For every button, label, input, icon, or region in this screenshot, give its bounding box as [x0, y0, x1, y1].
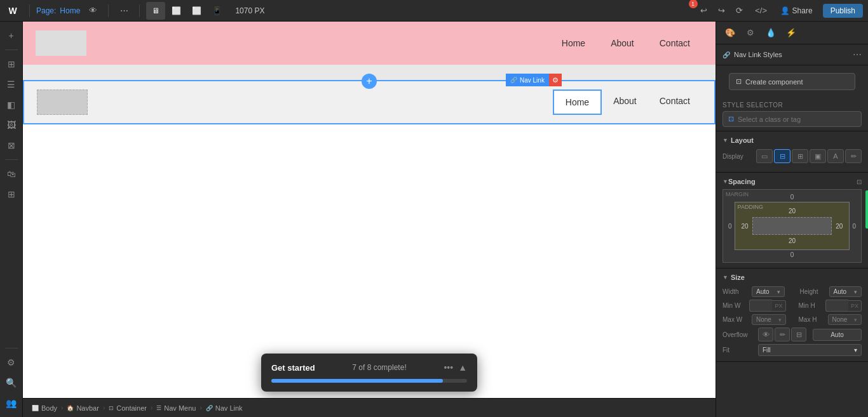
spacing-section: ▼ Spacing ⊡ MARGIN 0 0 PADDING 20 20	[716, 173, 868, 268]
settings-icon[interactable]: ⚙	[3, 354, 20, 371]
lightning-tab[interactable]: ⚡	[782, 24, 800, 42]
padding-right[interactable]: 20	[832, 223, 846, 230]
cms-icon[interactable]: ⊠	[3, 136, 20, 154]
maxh-input[interactable]: None ▾	[828, 314, 862, 325]
page-name[interactable]: Home	[60, 6, 80, 15]
display-none[interactable]: ✏	[845, 149, 862, 163]
pages-icon[interactable]: ⊞	[3, 55, 20, 73]
nav-home[interactable]: Home	[549, 30, 598, 56]
display-inline[interactable]: A	[827, 149, 844, 163]
layout-title: Layout	[731, 136, 862, 144]
breadcrumb-navmenu-label: Nav Menu	[164, 404, 196, 412]
nav-home-active[interactable]: Home	[553, 89, 602, 115]
overflow-scroll-btn[interactable]: ⊟	[791, 328, 806, 341]
style-selector-input[interactable]: ⊡ Select a class or tag	[722, 111, 862, 127]
navigator-icon[interactable]: ☰	[3, 76, 20, 93]
navbar-white-links: Home About Contact	[553, 89, 702, 115]
nav-about-2[interactable]: About	[602, 89, 648, 115]
width-val: Auto	[756, 288, 770, 295]
apps-icon[interactable]: ⊞	[3, 185, 20, 203]
nav-link-settings-btn[interactable]: ⚙	[549, 74, 562, 86]
refresh-btn[interactable]: ⟳	[731, 2, 749, 20]
width-input[interactable]: Auto ▾	[752, 286, 785, 297]
style-more-btn[interactable]: ⋯	[853, 50, 862, 60]
fit-row: Fit Fill ▾	[722, 344, 862, 356]
code-btn[interactable]: </>	[752, 2, 770, 20]
overflow-hidden-btn[interactable]: ✏	[775, 328, 790, 341]
sidebar-sep1	[5, 50, 18, 50]
topbar: W Page: Home 👁 ⋯ 🖥 ⬜ ⬜ 📱 1070 PX 1 ↩ ↪ ⟳…	[0, 0, 868, 22]
add-element-btn[interactable]: +	[362, 74, 377, 89]
share-btn[interactable]: 👤 Share	[774, 4, 819, 18]
breadcrumb-body[interactable]: ⬜ Body	[28, 404, 61, 412]
overflow-select[interactable]: Auto	[813, 329, 862, 341]
components-icon[interactable]: ◧	[3, 96, 20, 114]
add-element-icon[interactable]: +	[3, 27, 20, 44]
height-input[interactable]: Auto ▾	[829, 286, 862, 297]
settings-tab[interactable]: ⚙	[742, 24, 759, 42]
margin-left[interactable]: 0	[726, 223, 735, 230]
page-info: Page: Home	[36, 6, 80, 15]
breadcrumb-navbar[interactable]: 🏠 Navbar	[63, 404, 102, 412]
spacing-center	[752, 217, 832, 235]
get-started-panel: Get started 7 of 8 complete! ••• ▲	[261, 354, 477, 392]
minh-input[interactable]: 0	[825, 300, 848, 312]
layout-header[interactable]: ▼ Layout	[722, 136, 862, 144]
maxw-input[interactable]: None ▾	[752, 314, 786, 325]
eye-icon[interactable]: 👁	[84, 2, 102, 20]
breadcrumb-navlink-label: Nav Link	[215, 404, 243, 412]
mobile-btn[interactable]: 📱	[207, 2, 226, 20]
fit-select[interactable]: Fill ▾	[758, 344, 862, 356]
users-icon[interactable]: 👥	[3, 394, 20, 412]
display-block[interactable]: ▭	[756, 149, 773, 163]
nav-about[interactable]: About	[598, 30, 647, 56]
assets-icon[interactable]: 🖼	[3, 116, 20, 134]
maxh-drop: ▾	[854, 317, 857, 323]
create-component-btn[interactable]: ⊡ Create component	[729, 73, 855, 90]
more-icon[interactable]: ⋯	[115, 2, 133, 20]
tablet-landscape-btn[interactable]: ⬜	[166, 2, 186, 20]
nav-link-badge-container: 🔗 Nav Link ⚙	[506, 74, 562, 86]
breadcrumb-container[interactable]: ⊡ Container	[105, 404, 151, 412]
get-started-more[interactable]: •••	[444, 362, 453, 373]
undo-btn[interactable]: ↩	[695, 2, 713, 20]
spacing-expand-btn[interactable]: ⊡	[857, 178, 862, 185]
get-started-close-btn[interactable]: ▲	[458, 362, 467, 373]
desktop-btn[interactable]: 🖥	[146, 2, 165, 20]
interactions-tab[interactable]: 💧	[762, 24, 780, 42]
breadcrumb-navlink[interactable]: 🔗 Nav Link	[202, 404, 247, 412]
style-tab[interactable]: 🎨	[721, 24, 739, 42]
display-label: Display	[722, 153, 752, 160]
nav-contact-2[interactable]: Contact	[648, 89, 702, 115]
search-icon[interactable]: 🔍	[3, 374, 20, 392]
width-dropdown: ▾	[777, 289, 780, 295]
padding-left[interactable]: 20	[738, 223, 752, 230]
ecommerce-icon[interactable]: 🛍	[3, 165, 20, 183]
redo-btn[interactable]: ↪	[713, 2, 731, 20]
nav-contact[interactable]: Contact	[647, 30, 703, 56]
size-header[interactable]: ▼ Size	[722, 274, 862, 281]
container-bc-icon: ⊡	[109, 405, 114, 411]
topbar-sep3	[139, 4, 140, 17]
padding-bottom[interactable]: 20	[738, 235, 847, 247]
spacing-outer: MARGIN 0 0 PADDING 20 20 20 20 0	[722, 189, 862, 263]
minw-group: 0 PX	[749, 300, 785, 312]
publish-btn[interactable]: Publish	[823, 4, 863, 18]
nav-link-badge: 🔗 Nav Link ⚙	[506, 74, 562, 86]
display-flex-v[interactable]: ⊞	[792, 149, 808, 163]
style-selector-label: Style selector	[722, 102, 862, 109]
create-component-label: Create component	[745, 78, 803, 86]
margin-bottom[interactable]: 0	[726, 250, 858, 260]
display-grid[interactable]: ▣	[810, 149, 826, 163]
selector-placeholder: Select a class or tag	[738, 116, 856, 123]
margin-right[interactable]: 0	[850, 223, 858, 230]
sidebar-sep2	[5, 159, 18, 160]
progress-bar-bg	[271, 379, 467, 383]
display-flex-h[interactable]: ⊟	[774, 149, 790, 163]
minw-input[interactable]: 0	[749, 300, 772, 312]
canvas-area[interactable]: Home About Contact + 🔗 Nav Link ⚙ Home	[23, 22, 715, 417]
spacing-arrow: ▼	[722, 178, 728, 185]
overflow-visible-btn[interactable]: 👁	[758, 328, 773, 341]
breadcrumb-navmenu[interactable]: ☰ Nav Menu	[153, 404, 200, 412]
tablet-portrait-btn[interactable]: ⬜	[187, 2, 206, 20]
